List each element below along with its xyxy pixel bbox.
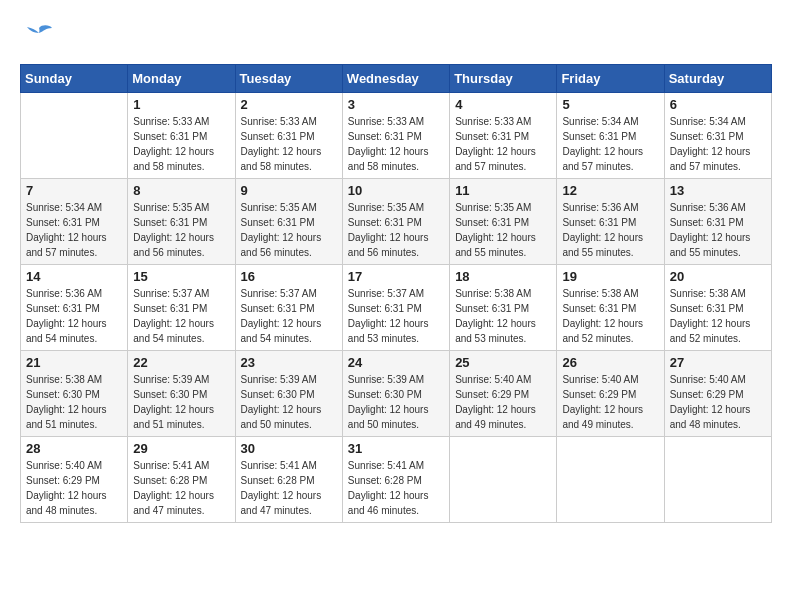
calendar-day-cell: 9Sunrise: 5:35 AM Sunset: 6:31 PM Daylig… xyxy=(235,179,342,265)
calendar-day-cell xyxy=(557,437,664,523)
calendar-day-cell: 5Sunrise: 5:34 AM Sunset: 6:31 PM Daylig… xyxy=(557,93,664,179)
calendar-day-cell: 27Sunrise: 5:40 AM Sunset: 6:29 PM Dayli… xyxy=(664,351,771,437)
calendar-day-cell: 29Sunrise: 5:41 AM Sunset: 6:28 PM Dayli… xyxy=(128,437,235,523)
day-info: Sunrise: 5:40 AM Sunset: 6:29 PM Dayligh… xyxy=(670,372,766,432)
day-number: 1 xyxy=(133,97,229,112)
day-info: Sunrise: 5:35 AM Sunset: 6:31 PM Dayligh… xyxy=(348,200,444,260)
calendar-day-cell xyxy=(450,437,557,523)
weekday-header: Tuesday xyxy=(235,65,342,93)
day-number: 25 xyxy=(455,355,551,370)
calendar-day-cell: 25Sunrise: 5:40 AM Sunset: 6:29 PM Dayli… xyxy=(450,351,557,437)
calendar-day-cell xyxy=(21,93,128,179)
calendar-day-cell: 13Sunrise: 5:36 AM Sunset: 6:31 PM Dayli… xyxy=(664,179,771,265)
day-number: 9 xyxy=(241,183,337,198)
logo-bird-icon xyxy=(24,20,54,54)
calendar-day-cell: 6Sunrise: 5:34 AM Sunset: 6:31 PM Daylig… xyxy=(664,93,771,179)
day-number: 10 xyxy=(348,183,444,198)
day-info: Sunrise: 5:37 AM Sunset: 6:31 PM Dayligh… xyxy=(348,286,444,346)
calendar-day-cell: 15Sunrise: 5:37 AM Sunset: 6:31 PM Dayli… xyxy=(128,265,235,351)
calendar-week-row: 21Sunrise: 5:38 AM Sunset: 6:30 PM Dayli… xyxy=(21,351,772,437)
day-number: 5 xyxy=(562,97,658,112)
calendar-day-cell xyxy=(664,437,771,523)
calendar-day-cell: 14Sunrise: 5:36 AM Sunset: 6:31 PM Dayli… xyxy=(21,265,128,351)
day-info: Sunrise: 5:41 AM Sunset: 6:28 PM Dayligh… xyxy=(241,458,337,518)
day-number: 31 xyxy=(348,441,444,456)
day-number: 28 xyxy=(26,441,122,456)
day-info: Sunrise: 5:39 AM Sunset: 6:30 PM Dayligh… xyxy=(241,372,337,432)
day-number: 30 xyxy=(241,441,337,456)
calendar-day-cell: 1Sunrise: 5:33 AM Sunset: 6:31 PM Daylig… xyxy=(128,93,235,179)
day-number: 3 xyxy=(348,97,444,112)
day-number: 8 xyxy=(133,183,229,198)
day-info: Sunrise: 5:39 AM Sunset: 6:30 PM Dayligh… xyxy=(133,372,229,432)
calendar-day-cell: 26Sunrise: 5:40 AM Sunset: 6:29 PM Dayli… xyxy=(557,351,664,437)
calendar-table: SundayMondayTuesdayWednesdayThursdayFrid… xyxy=(20,64,772,523)
calendar-day-cell: 2Sunrise: 5:33 AM Sunset: 6:31 PM Daylig… xyxy=(235,93,342,179)
day-info: Sunrise: 5:40 AM Sunset: 6:29 PM Dayligh… xyxy=(455,372,551,432)
day-info: Sunrise: 5:33 AM Sunset: 6:31 PM Dayligh… xyxy=(133,114,229,174)
logo xyxy=(20,20,54,54)
day-info: Sunrise: 5:40 AM Sunset: 6:29 PM Dayligh… xyxy=(562,372,658,432)
calendar-week-row: 1Sunrise: 5:33 AM Sunset: 6:31 PM Daylig… xyxy=(21,93,772,179)
day-number: 4 xyxy=(455,97,551,112)
day-number: 17 xyxy=(348,269,444,284)
day-info: Sunrise: 5:37 AM Sunset: 6:31 PM Dayligh… xyxy=(241,286,337,346)
calendar-day-cell: 10Sunrise: 5:35 AM Sunset: 6:31 PM Dayli… xyxy=(342,179,449,265)
day-info: Sunrise: 5:38 AM Sunset: 6:31 PM Dayligh… xyxy=(670,286,766,346)
day-info: Sunrise: 5:34 AM Sunset: 6:31 PM Dayligh… xyxy=(562,114,658,174)
calendar-day-cell: 24Sunrise: 5:39 AM Sunset: 6:30 PM Dayli… xyxy=(342,351,449,437)
calendar-week-row: 7Sunrise: 5:34 AM Sunset: 6:31 PM Daylig… xyxy=(21,179,772,265)
day-info: Sunrise: 5:35 AM Sunset: 6:31 PM Dayligh… xyxy=(133,200,229,260)
calendar-day-cell: 3Sunrise: 5:33 AM Sunset: 6:31 PM Daylig… xyxy=(342,93,449,179)
calendar-day-cell: 11Sunrise: 5:35 AM Sunset: 6:31 PM Dayli… xyxy=(450,179,557,265)
day-info: Sunrise: 5:40 AM Sunset: 6:29 PM Dayligh… xyxy=(26,458,122,518)
day-info: Sunrise: 5:36 AM Sunset: 6:31 PM Dayligh… xyxy=(26,286,122,346)
day-number: 18 xyxy=(455,269,551,284)
calendar-week-row: 28Sunrise: 5:40 AM Sunset: 6:29 PM Dayli… xyxy=(21,437,772,523)
calendar-day-cell: 19Sunrise: 5:38 AM Sunset: 6:31 PM Dayli… xyxy=(557,265,664,351)
day-info: Sunrise: 5:41 AM Sunset: 6:28 PM Dayligh… xyxy=(133,458,229,518)
day-number: 11 xyxy=(455,183,551,198)
day-number: 12 xyxy=(562,183,658,198)
calendar-day-cell: 7Sunrise: 5:34 AM Sunset: 6:31 PM Daylig… xyxy=(21,179,128,265)
calendar-week-row: 14Sunrise: 5:36 AM Sunset: 6:31 PM Dayli… xyxy=(21,265,772,351)
day-number: 21 xyxy=(26,355,122,370)
day-info: Sunrise: 5:38 AM Sunset: 6:30 PM Dayligh… xyxy=(26,372,122,432)
weekday-header: Sunday xyxy=(21,65,128,93)
weekday-header: Saturday xyxy=(664,65,771,93)
calendar-day-cell: 18Sunrise: 5:38 AM Sunset: 6:31 PM Dayli… xyxy=(450,265,557,351)
day-info: Sunrise: 5:37 AM Sunset: 6:31 PM Dayligh… xyxy=(133,286,229,346)
day-number: 23 xyxy=(241,355,337,370)
day-number: 29 xyxy=(133,441,229,456)
day-info: Sunrise: 5:41 AM Sunset: 6:28 PM Dayligh… xyxy=(348,458,444,518)
day-info: Sunrise: 5:34 AM Sunset: 6:31 PM Dayligh… xyxy=(670,114,766,174)
day-number: 27 xyxy=(670,355,766,370)
day-number: 6 xyxy=(670,97,766,112)
day-info: Sunrise: 5:33 AM Sunset: 6:31 PM Dayligh… xyxy=(348,114,444,174)
day-info: Sunrise: 5:35 AM Sunset: 6:31 PM Dayligh… xyxy=(455,200,551,260)
weekday-header: Thursday xyxy=(450,65,557,93)
calendar-day-cell: 30Sunrise: 5:41 AM Sunset: 6:28 PM Dayli… xyxy=(235,437,342,523)
day-info: Sunrise: 5:35 AM Sunset: 6:31 PM Dayligh… xyxy=(241,200,337,260)
day-info: Sunrise: 5:33 AM Sunset: 6:31 PM Dayligh… xyxy=(455,114,551,174)
calendar-day-cell: 21Sunrise: 5:38 AM Sunset: 6:30 PM Dayli… xyxy=(21,351,128,437)
day-number: 16 xyxy=(241,269,337,284)
day-info: Sunrise: 5:38 AM Sunset: 6:31 PM Dayligh… xyxy=(455,286,551,346)
calendar-day-cell: 31Sunrise: 5:41 AM Sunset: 6:28 PM Dayli… xyxy=(342,437,449,523)
day-number: 7 xyxy=(26,183,122,198)
calendar-day-cell: 28Sunrise: 5:40 AM Sunset: 6:29 PM Dayli… xyxy=(21,437,128,523)
day-info: Sunrise: 5:39 AM Sunset: 6:30 PM Dayligh… xyxy=(348,372,444,432)
calendar-day-cell: 23Sunrise: 5:39 AM Sunset: 6:30 PM Dayli… xyxy=(235,351,342,437)
calendar-day-cell: 4Sunrise: 5:33 AM Sunset: 6:31 PM Daylig… xyxy=(450,93,557,179)
day-number: 22 xyxy=(133,355,229,370)
page-header xyxy=(20,20,772,54)
day-number: 14 xyxy=(26,269,122,284)
calendar-day-cell: 16Sunrise: 5:37 AM Sunset: 6:31 PM Dayli… xyxy=(235,265,342,351)
day-number: 26 xyxy=(562,355,658,370)
calendar-day-cell: 17Sunrise: 5:37 AM Sunset: 6:31 PM Dayli… xyxy=(342,265,449,351)
weekday-header: Wednesday xyxy=(342,65,449,93)
day-number: 20 xyxy=(670,269,766,284)
day-info: Sunrise: 5:38 AM Sunset: 6:31 PM Dayligh… xyxy=(562,286,658,346)
day-number: 13 xyxy=(670,183,766,198)
day-number: 24 xyxy=(348,355,444,370)
